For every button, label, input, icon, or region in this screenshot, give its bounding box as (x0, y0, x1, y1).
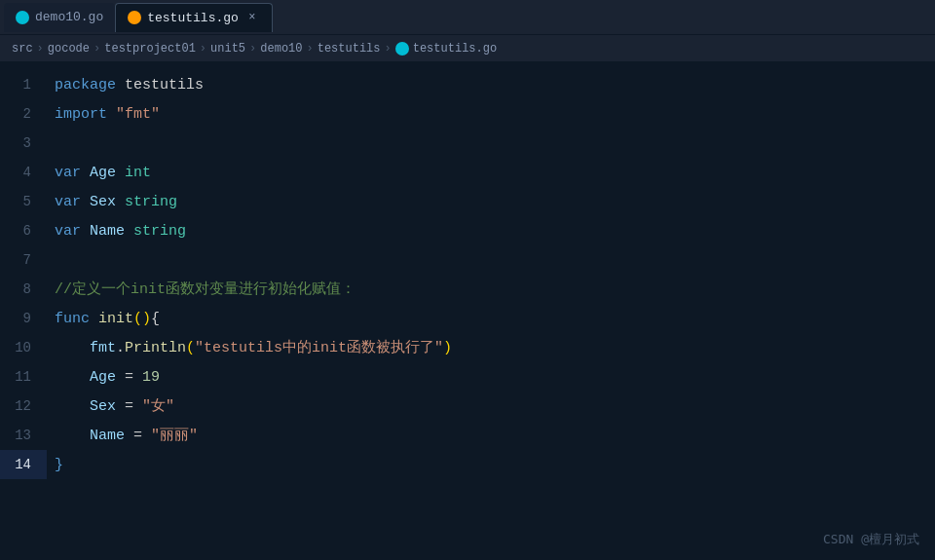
line-content: Age = 19 (47, 363, 935, 392)
token-type: string (133, 223, 186, 240)
token-var-name: Age (90, 369, 116, 386)
line-content (47, 246, 935, 276)
code-line: 4var Age int (0, 158, 935, 187)
token-plain: = (116, 398, 142, 415)
token-plain (55, 340, 90, 356)
code-line: 13 Name = "丽丽" (0, 421, 935, 450)
watermark: CSDN @檀月初式 (823, 531, 919, 548)
token-type: int (125, 165, 151, 181)
line-content: var Age int (47, 159, 935, 188)
tab-demo10-label: demo10.go (35, 10, 103, 24)
token-paren: () (133, 311, 151, 327)
line-number: 3 (0, 129, 47, 158)
code-line: 11 Age = 19 (0, 362, 935, 392)
line-content: import "fmt" (47, 100, 935, 130)
tab-testutils[interactable]: testutils.go × (115, 3, 273, 32)
token-plain: . (116, 340, 125, 356)
line-content: var Sex string (47, 188, 935, 217)
token-var-name: Sex (90, 398, 116, 415)
token-kw: } (55, 457, 63, 473)
tab-bar: demo10.go testutils.go × (0, 0, 935, 35)
line-content: Sex = "女" (47, 392, 935, 422)
token-plain (81, 194, 90, 210)
token-kw: var (55, 194, 81, 210)
token-str: "女" (142, 398, 174, 415)
code-area[interactable]: 1package testutils2import "fmt"3 4var Ag… (0, 62, 935, 560)
line-number: 1 (0, 70, 47, 99)
line-number: 4 (0, 158, 47, 187)
line-content: //定义一个init函数对变量进行初始化赋值： (47, 276, 935, 305)
go-icon-testutils (128, 11, 141, 24)
code-line: 8//定义一个init函数对变量进行初始化赋值： (0, 275, 935, 304)
breadcrumb-sep3: › (200, 42, 206, 56)
code-line: 10 fmt.Println("testutils中的init函数被执行了") (0, 333, 935, 362)
token-num: 19 (142, 369, 160, 386)
token-plain (107, 106, 116, 123)
breadcrumb-sep2: › (94, 42, 100, 56)
token-var-name: Age (90, 165, 116, 181)
token-plain: testutils (116, 77, 204, 93)
token-var-name: Sex (90, 194, 116, 210)
breadcrumb-sep5: › (307, 42, 314, 56)
token-str: "testutils中的init函数被执行了" (195, 340, 443, 356)
code-line: 2import "fmt" (0, 99, 935, 129)
line-number: 8 (0, 275, 47, 304)
token-str: "丽丽" (151, 428, 198, 444)
token-fn: init (98, 311, 133, 327)
token-pkg: fmt (90, 340, 116, 356)
code-line: 1package testutils (0, 70, 935, 99)
code-line: 6var Name string (0, 216, 935, 245)
tab-demo10[interactable]: demo10.go (4, 3, 115, 32)
breadcrumb-testproject01: testproject01 (104, 42, 196, 56)
line-content (47, 130, 935, 159)
token-kw: package (55, 77, 116, 93)
token-plain (81, 223, 90, 240)
breadcrumb-unit5: unit5 (210, 42, 245, 56)
breadcrumb-current-file: testutils.go (395, 42, 497, 56)
token-plain: { (151, 311, 160, 327)
code-line: 12 Sex = "女" (0, 392, 935, 421)
line-number: 13 (0, 421, 47, 450)
token-comment: //定义一个init函数对变量进行初始化赋值： (55, 281, 355, 298)
breadcrumb-demo10: demo10 (260, 42, 302, 56)
token-type: string (125, 194, 177, 210)
token-plain (125, 223, 133, 240)
file-icon (395, 42, 409, 56)
token-kw: var (55, 165, 81, 181)
line-number: 11 (0, 362, 47, 392)
token-str: "fmt" (116, 106, 160, 123)
line-number: 2 (0, 99, 47, 129)
tab-close-button[interactable]: × (244, 10, 260, 25)
breadcrumb-sep4: › (249, 42, 256, 56)
token-plain: = (116, 369, 142, 386)
token-paren: ( (186, 340, 195, 356)
go-icon-demo10 (16, 11, 29, 24)
token-method: Println (125, 340, 186, 356)
code-line: 7 (0, 245, 935, 275)
line-content: func init(){ (47, 305, 935, 334)
token-plain (116, 194, 125, 210)
token-paren: ) (443, 340, 452, 356)
token-kw: import (55, 106, 107, 123)
line-number: 7 (0, 245, 47, 275)
line-number: 6 (0, 216, 47, 245)
breadcrumb-gocode: gocode (48, 42, 90, 56)
code-line: 9func init(){ (0, 304, 935, 333)
line-content: var Name string (47, 217, 935, 246)
breadcrumb: src › gocode › testproject01 › unit5 › d… (0, 35, 935, 62)
token-plain (55, 428, 90, 444)
token-plain (81, 165, 90, 181)
breadcrumb-sep6: › (385, 42, 392, 56)
code-line: 3 (0, 129, 935, 158)
breadcrumb-sep1: › (37, 42, 44, 56)
token-kw: var (55, 223, 81, 240)
breadcrumb-testutils-dir: testutils (318, 42, 381, 56)
token-var-name: Name (90, 428, 125, 444)
token-plain: = (125, 428, 151, 444)
tab-testutils-label: testutils.go (147, 11, 239, 25)
line-number: 14 (0, 450, 47, 479)
token-kw: func (55, 311, 90, 327)
token-plain (55, 369, 90, 386)
code-line: 14} (0, 450, 935, 479)
token-plain (90, 311, 98, 327)
